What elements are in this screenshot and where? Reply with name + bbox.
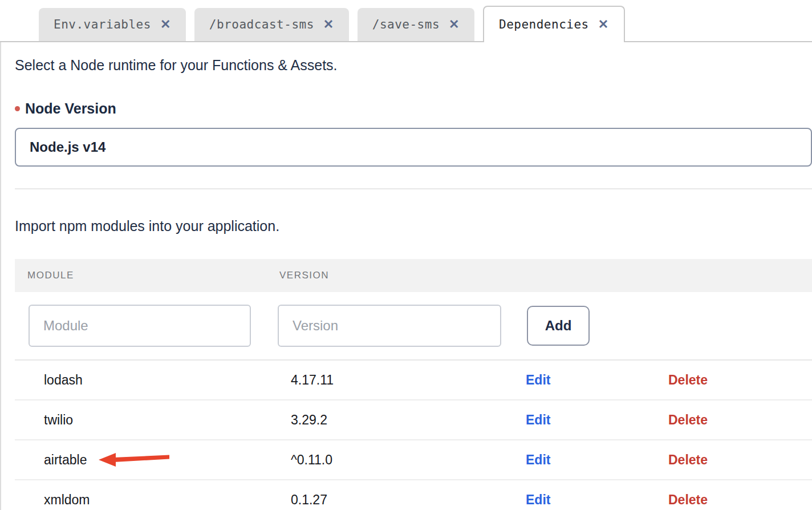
- required-dot: [15, 106, 20, 111]
- dependency-row-lodash: lodash 4.17.11 Edit Delete: [15, 361, 812, 400]
- module-name: lodash: [44, 373, 83, 388]
- runtime-description: Select a Node runtime for your Functions…: [1, 42, 812, 73]
- dependency-rows: lodash 4.17.11 Edit Delete twilio 3.29.2…: [1, 361, 812, 510]
- add-dependency-form: Add: [15, 292, 812, 361]
- tab-label: Env.variables: [54, 18, 151, 31]
- node-version-select[interactable]: Node.js v14: [15, 128, 812, 167]
- delete-link[interactable]: Delete: [668, 452, 708, 467]
- module-version: 0.1.27: [279, 492, 526, 508]
- close-tab-icon[interactable]: ✕: [160, 18, 171, 31]
- delete-link[interactable]: Delete: [668, 492, 708, 507]
- module-version: ^0.11.0: [279, 452, 526, 468]
- close-tab-icon[interactable]: ✕: [449, 18, 460, 31]
- node-version-label: Node Version: [1, 100, 812, 117]
- tab-dependencies[interactable]: Dependencies ✕: [483, 6, 625, 42]
- module-version: 3.29.2: [279, 412, 526, 428]
- version-input[interactable]: [278, 305, 501, 347]
- close-tab-icon[interactable]: ✕: [323, 18, 334, 31]
- editor-tab-bar: Env.variables ✕ /broadcast-sms ✕ /save-s…: [0, 0, 812, 42]
- edit-link[interactable]: Edit: [526, 412, 550, 427]
- annotation-arrow-icon: [99, 452, 169, 468]
- module-name: airtable: [44, 452, 87, 468]
- node-version-value: Node.js v14: [30, 139, 105, 155]
- dependencies-description: Import npm modules into your application…: [1, 189, 812, 234]
- module-column-header: MODULE: [15, 270, 279, 281]
- version-column-header: VERSION: [279, 270, 526, 281]
- module-version: 4.17.11: [279, 373, 526, 388]
- delete-link[interactable]: Delete: [668, 412, 708, 427]
- edit-link[interactable]: Edit: [526, 452, 550, 467]
- dependency-row-xmldom: xmldom 0.1.27 Edit Delete: [15, 480, 812, 510]
- tab-label: Dependencies: [499, 18, 589, 31]
- tab-save-sms[interactable]: /save-sms ✕: [358, 8, 474, 41]
- add-button[interactable]: Add: [527, 306, 590, 346]
- tab-broadcast-sms[interactable]: /broadcast-sms ✕: [194, 8, 349, 41]
- dependency-row-twilio: twilio 3.29.2 Edit Delete: [15, 400, 812, 440]
- module-name: xmldom: [44, 492, 90, 508]
- table-header-row: MODULE VERSION: [15, 259, 812, 292]
- tab-env-variables[interactable]: Env.variables ✕: [39, 8, 186, 41]
- node-version-label-text: Node Version: [25, 100, 116, 117]
- module-name: twilio: [44, 412, 73, 428]
- tab-label: /save-sms: [372, 18, 440, 31]
- dependencies-table: MODULE VERSION Add lodash 4.17.11 Edit D…: [1, 259, 812, 510]
- delete-link[interactable]: Delete: [668, 373, 708, 387]
- dependency-row-airtable: airtable ^0.11.0 Edit Delete: [15, 440, 812, 480]
- dependencies-panel: Select a Node runtime for your Functions…: [0, 42, 812, 510]
- module-input[interactable]: [29, 305, 251, 347]
- edit-link[interactable]: Edit: [526, 492, 550, 507]
- close-tab-icon[interactable]: ✕: [598, 18, 609, 31]
- edit-link[interactable]: Edit: [526, 373, 550, 387]
- tab-label: /broadcast-sms: [209, 18, 314, 31]
